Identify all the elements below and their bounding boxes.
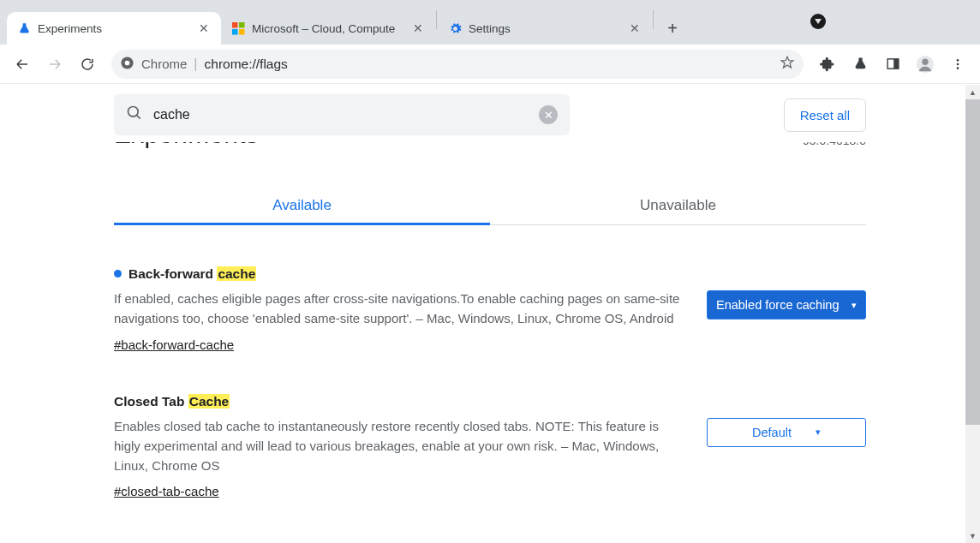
flag-select-value: Enabled force caching xyxy=(716,298,840,312)
sidepanel-icon[interactable] xyxy=(879,51,906,78)
tab-settings[interactable]: Settings ✕ xyxy=(438,12,652,45)
back-button[interactable] xyxy=(9,51,36,78)
flask-icon xyxy=(17,21,31,35)
tab-unavailable[interactable]: Unavailable xyxy=(490,187,866,224)
svg-point-16 xyxy=(957,63,959,65)
tab-title: Experiments xyxy=(38,22,190,35)
scroll-up-arrow[interactable]: ▲ xyxy=(965,85,980,99)
omnibox[interactable]: Chrome | chrome://flags xyxy=(111,50,804,79)
forward-button[interactable] xyxy=(41,51,69,78)
tab-available[interactable]: Available xyxy=(114,187,490,224)
flag-description: Enables closed tab cache to instantaneou… xyxy=(114,416,681,476)
omnibox-url: chrome://flags xyxy=(205,57,288,72)
scroll-down-arrow[interactable]: ▼ xyxy=(965,528,980,543)
flags-search-box[interactable]: ✕ xyxy=(114,94,570,135)
tab-separator xyxy=(653,10,654,29)
svg-point-14 xyxy=(922,58,928,64)
tab-title: Microsoft – Cloud, Compute xyxy=(252,22,404,35)
omnibox-chip-label: Chrome xyxy=(141,57,187,71)
reset-all-button[interactable]: Reset all xyxy=(784,98,866,132)
omnibox-sep: | xyxy=(194,57,197,72)
svg-rect-12 xyxy=(893,59,899,69)
flag-anchor-link[interactable]: #back-forward-cache xyxy=(114,337,234,352)
flags-search-input[interactable] xyxy=(153,107,529,122)
page-title: Experiments xyxy=(114,142,259,149)
tab-separator xyxy=(436,10,437,29)
flag-row: Closed Tab Cache Enables closed tab cach… xyxy=(114,394,866,500)
close-tab-button[interactable]: ✕ xyxy=(197,21,211,35)
chevron-down-icon: ▾ xyxy=(852,300,857,311)
labs-icon[interactable] xyxy=(846,51,874,78)
svg-rect-6 xyxy=(239,22,245,28)
svg-rect-8 xyxy=(239,29,245,35)
microsoft-icon xyxy=(231,21,245,35)
gear-icon xyxy=(448,21,462,35)
kebab-menu-icon[interactable] xyxy=(944,51,971,78)
tab-strip: Experiments ✕ Microsoft – Cloud, Compute… xyxy=(0,0,980,45)
chevron-down-icon: ▾ xyxy=(816,427,821,438)
flag-select[interactable]: Enabled force caching ▾ xyxy=(707,290,866,319)
tab-experiments[interactable]: Experiments ✕ xyxy=(7,12,221,45)
clear-search-button[interactable]: ✕ xyxy=(539,105,558,124)
toolbar: Chrome | chrome://flags xyxy=(0,45,980,84)
svg-line-19 xyxy=(137,116,140,119)
new-tab-button[interactable]: + xyxy=(660,15,685,41)
scrollbar-thumb[interactable] xyxy=(965,99,980,425)
flag-anchor-link[interactable]: #closed-tab-cache xyxy=(114,484,219,498)
svg-point-18 xyxy=(128,107,139,117)
search-icon xyxy=(126,104,143,125)
modified-dot-icon xyxy=(114,270,122,277)
tab-microsoft[interactable]: Microsoft – Cloud, Compute ✕ xyxy=(221,12,435,45)
scrollbar[interactable]: ▲ ▼ xyxy=(965,85,980,543)
svg-rect-7 xyxy=(232,29,238,35)
svg-marker-4 xyxy=(815,19,822,24)
extensions-icon[interactable] xyxy=(814,51,841,78)
profile-badge-icon[interactable] xyxy=(810,14,826,29)
flag-title: Back-forward cache xyxy=(114,266,681,282)
close-tab-button[interactable]: ✕ xyxy=(628,21,642,35)
svg-point-15 xyxy=(957,59,959,62)
flag-description: If enabled, caches eligible pages after … xyxy=(114,289,681,329)
tab-title: Settings xyxy=(469,22,621,35)
chrome-icon xyxy=(120,56,134,73)
svg-point-10 xyxy=(125,60,130,65)
svg-point-17 xyxy=(957,67,959,69)
close-tab-button[interactable]: ✕ xyxy=(411,21,425,35)
svg-rect-5 xyxy=(232,22,238,28)
reload-button[interactable] xyxy=(74,51,101,78)
flag-row: Back-forward cache If enabled, caches el… xyxy=(114,266,866,353)
flag-select[interactable]: Default ▾ xyxy=(707,418,866,447)
flag-title: Closed Tab Cache xyxy=(114,394,681,409)
profile-avatar[interactable] xyxy=(911,51,939,78)
bookmark-star-icon[interactable] xyxy=(780,55,795,74)
flag-select-value: Default xyxy=(752,426,792,439)
